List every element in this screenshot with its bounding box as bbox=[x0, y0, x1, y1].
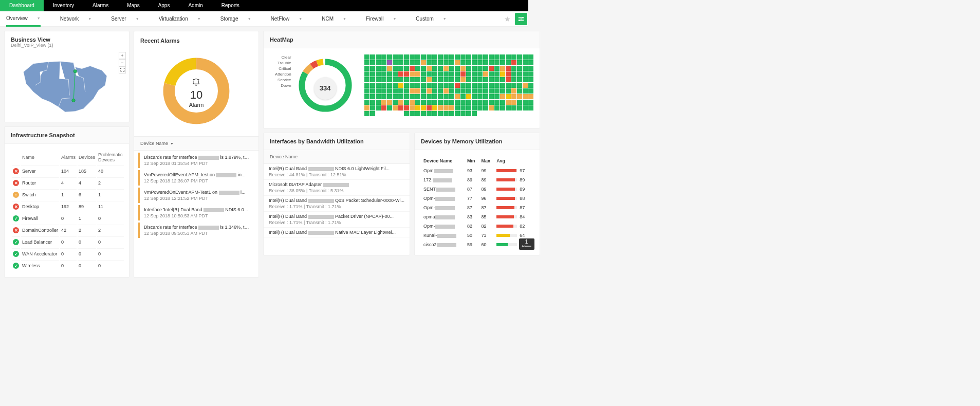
heatmap-cell[interactable] bbox=[511, 66, 516, 71]
heatmap-cell[interactable] bbox=[421, 54, 426, 60]
heatmap-cell[interactable] bbox=[449, 111, 454, 116]
heatmap-cell[interactable] bbox=[472, 66, 477, 71]
interface-item[interactable]: Intel(R) Dual Band Native MAC Layer Ligh… bbox=[264, 228, 410, 237]
heatmap-cell[interactable] bbox=[506, 71, 511, 77]
heatmap-cell[interactable] bbox=[438, 60, 443, 65]
infra-header[interactable] bbox=[12, 150, 20, 164]
subnav-overview[interactable]: Overview▼ bbox=[6, 11, 41, 27]
heatmap-cell[interactable] bbox=[483, 111, 488, 116]
heatmap-cell[interactable] bbox=[506, 105, 511, 110]
heatmap-cell[interactable] bbox=[523, 60, 528, 65]
heatmap-cell[interactable] bbox=[472, 83, 477, 88]
heatmap-cell[interactable] bbox=[506, 111, 511, 116]
heatmap-cell[interactable] bbox=[421, 88, 426, 94]
heatmap-cell[interactable] bbox=[381, 100, 386, 105]
mem-header[interactable]: Device Name bbox=[422, 156, 465, 165]
heatmap-cell[interactable] bbox=[364, 83, 369, 88]
heatmap-cell[interactable] bbox=[387, 60, 392, 65]
heatmap-cell[interactable] bbox=[393, 100, 398, 105]
heatmap-cell[interactable] bbox=[415, 83, 420, 88]
heatmap-cell[interactable] bbox=[494, 54, 500, 60]
nav-inventory[interactable]: Inventory bbox=[44, 0, 83, 11]
heatmap-cell[interactable] bbox=[381, 105, 386, 110]
heatmap-cell[interactable] bbox=[404, 60, 409, 65]
subnav-netflow[interactable]: NetFlow▼ bbox=[271, 11, 303, 27]
nav-apps[interactable]: Apps bbox=[149, 0, 179, 11]
heatmap-cell[interactable] bbox=[477, 100, 483, 105]
heatmap-cell[interactable] bbox=[427, 105, 432, 110]
heatmap-cell[interactable] bbox=[438, 66, 443, 71]
heatmap-cell[interactable] bbox=[523, 71, 528, 77]
heatmap-cell[interactable] bbox=[438, 100, 443, 105]
heatmap-cell[interactable] bbox=[398, 100, 403, 105]
heatmap-cell[interactable] bbox=[432, 66, 437, 71]
subnav-server[interactable]: Server▼ bbox=[111, 11, 139, 27]
heatmap-cell[interactable] bbox=[489, 88, 494, 94]
heatmap-cell[interactable] bbox=[438, 83, 443, 88]
heatmap-cell[interactable] bbox=[500, 71, 505, 77]
heatmap-cell[interactable] bbox=[443, 71, 449, 77]
heatmap-cell[interactable] bbox=[449, 66, 454, 71]
mem-header[interactable]: Avg bbox=[495, 156, 532, 165]
heatmap-cell[interactable] bbox=[376, 66, 381, 71]
heatmap-cell[interactable] bbox=[494, 83, 500, 88]
heatmap-cell[interactable] bbox=[443, 100, 449, 105]
heatmap-cell[interactable] bbox=[364, 88, 369, 94]
heatmap-cell[interactable] bbox=[432, 88, 437, 94]
zoom-in-button[interactable]: + bbox=[119, 52, 126, 59]
heatmap-cell[interactable] bbox=[443, 54, 449, 60]
heatmap-cell[interactable] bbox=[500, 54, 505, 60]
heatmap-cell[interactable] bbox=[387, 105, 392, 110]
heatmap-cell[interactable] bbox=[443, 88, 449, 94]
map[interactable]: + − ⛶ bbox=[5, 49, 129, 122]
table-row[interactable]: ✕DomainController4222 bbox=[12, 225, 124, 235]
heatmap-cell[interactable] bbox=[427, 77, 432, 82]
heatmap-cell[interactable] bbox=[511, 111, 516, 116]
heatmap-cell[interactable] bbox=[517, 71, 522, 77]
table-row[interactable]: Opm-7796 88 bbox=[422, 194, 532, 202]
heatmap-cell[interactable] bbox=[443, 94, 449, 99]
heatmap-cell[interactable] bbox=[494, 60, 500, 65]
heatmap-cell[interactable] bbox=[528, 60, 533, 65]
heatmap-cell[interactable] bbox=[523, 66, 528, 71]
heatmap-cell[interactable] bbox=[421, 66, 426, 71]
heatmap-cell[interactable] bbox=[523, 83, 528, 88]
heatmap-cell[interactable] bbox=[415, 100, 420, 105]
heatmap-cell[interactable] bbox=[528, 94, 533, 99]
heatmap-cell[interactable] bbox=[483, 83, 488, 88]
heatmap-cell[interactable] bbox=[466, 94, 471, 99]
heatmap-cell[interactable] bbox=[381, 111, 386, 116]
heatmap-cell[interactable] bbox=[376, 83, 381, 88]
heatmap-cell[interactable] bbox=[460, 105, 466, 110]
heatmap-cell[interactable] bbox=[528, 71, 533, 77]
heatmap-cell[interactable] bbox=[404, 83, 409, 88]
heatmap-cell[interactable] bbox=[489, 94, 494, 99]
heatmap-cell[interactable] bbox=[427, 71, 432, 77]
table-row[interactable]: ✓Wireless000 bbox=[12, 260, 124, 271]
table-row[interactable]: cisco25960 55 bbox=[422, 241, 532, 249]
heatmap-cell[interactable] bbox=[506, 100, 511, 105]
heatmap-cell[interactable] bbox=[387, 71, 392, 77]
heatmap-cell[interactable] bbox=[528, 105, 533, 110]
heatmap-cell[interactable] bbox=[466, 83, 471, 88]
heatmap-cell[interactable] bbox=[500, 88, 505, 94]
alarm-float[interactable]: 1 Alarms bbox=[519, 238, 534, 250]
heatmap-cell[interactable] bbox=[500, 94, 505, 99]
heatmap-cell[interactable] bbox=[376, 94, 381, 99]
heatmap-cell[interactable] bbox=[381, 71, 386, 77]
heatmap-cell[interactable] bbox=[523, 105, 528, 110]
heatmap-cell[interactable] bbox=[381, 66, 386, 71]
heatmap-cell[interactable] bbox=[398, 111, 403, 116]
heatmap-cell[interactable] bbox=[460, 111, 466, 116]
heatmap-cell[interactable] bbox=[443, 60, 449, 65]
heatmap-cell[interactable] bbox=[449, 71, 454, 77]
heatmap-cell[interactable] bbox=[500, 77, 505, 82]
heatmap-cell[interactable] bbox=[455, 60, 460, 65]
heatmap-cell[interactable] bbox=[460, 66, 466, 71]
heatmap-cell[interactable] bbox=[410, 71, 415, 77]
heatmap-cell[interactable] bbox=[427, 94, 432, 99]
heatmap-cell[interactable] bbox=[432, 71, 437, 77]
heatmap-cell[interactable] bbox=[523, 88, 528, 94]
heatmap-cell[interactable] bbox=[500, 60, 505, 65]
heatmap-cell[interactable] bbox=[466, 100, 471, 105]
